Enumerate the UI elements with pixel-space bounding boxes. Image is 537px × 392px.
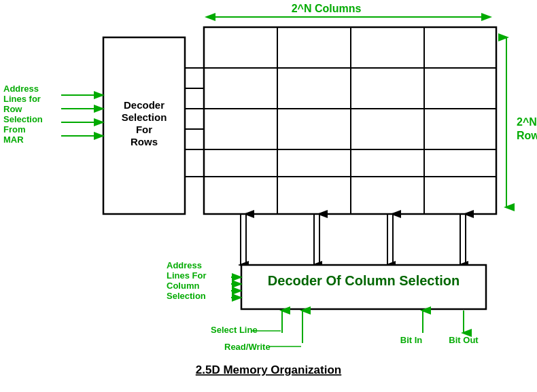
read-write-label: Read/Write — [224, 342, 271, 352]
rows-label: 2^N — [517, 116, 537, 128]
decoder-rows-line1: Decoder — [124, 99, 164, 111]
decoder-rows-line3: For — [136, 124, 152, 135]
address-rows-line3: Row — [3, 104, 22, 114]
addr-col-line2: Lines For — [167, 270, 207, 281]
address-rows-line5: From — [3, 124, 26, 135]
addr-col-line1: Address — [167, 260, 202, 270]
addr-col-line4: Selection — [167, 291, 206, 301]
decoder-cols-label: Decoder Of Column Selection — [268, 273, 460, 288]
addr-col-line3: Column — [167, 281, 199, 291]
address-rows-line1: Address — [3, 84, 39, 94]
main-title: 2.5D Memory Organization — [196, 363, 341, 376]
bit-in-label: Bit In — [400, 335, 423, 345]
decoder-rows-line2: Selection — [122, 111, 167, 123]
bit-out-label: Bit Out — [449, 335, 479, 345]
rows-label2: Rows — [517, 130, 537, 141]
select-line-label: Select Line — [211, 325, 258, 335]
decoder-rows-line4: Rows — [131, 136, 158, 147]
address-rows-line2: Lines for — [3, 94, 41, 104]
columns-label: 2^N Columns — [292, 3, 362, 14]
address-rows-line6: MAR — [3, 135, 24, 145]
address-rows-line4: Selection — [3, 114, 43, 124]
